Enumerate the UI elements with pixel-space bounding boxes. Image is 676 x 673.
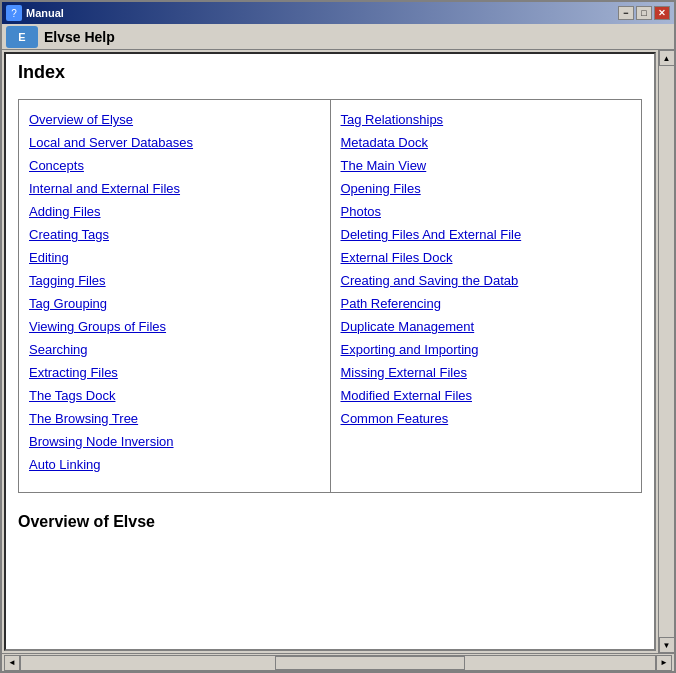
- right-column: Tag RelationshipsMetadata DockThe Main V…: [330, 100, 642, 493]
- right-link[interactable]: Metadata Dock: [341, 135, 632, 150]
- app-icon: ?: [6, 5, 22, 21]
- hscroll-thumb[interactable]: [275, 656, 465, 670]
- index-table: Overview of ElyseLocal and Server Databa…: [18, 99, 642, 493]
- close-button[interactable]: ✕: [654, 6, 670, 20]
- right-link[interactable]: Deleting Files And External File: [341, 227, 632, 242]
- app-header: E Elvse Help: [2, 24, 674, 50]
- right-link[interactable]: Creating and Saving the Datab: [341, 273, 632, 288]
- title-bar-buttons: − □ ✕: [618, 6, 670, 20]
- right-link[interactable]: The Main View: [341, 158, 632, 173]
- horizontal-scrollbar[interactable]: ◄ ►: [4, 655, 672, 671]
- right-link[interactable]: Common Features: [341, 411, 632, 426]
- right-link[interactable]: Photos: [341, 204, 632, 219]
- left-link[interactable]: Concepts: [29, 158, 320, 173]
- left-link[interactable]: Searching: [29, 342, 320, 357]
- title-bar: ? Manual − □ ✕: [2, 2, 674, 24]
- right-link[interactable]: Missing External Files: [341, 365, 632, 380]
- left-column: Overview of ElyseLocal and Server Databa…: [19, 100, 331, 493]
- scroll-down-arrow[interactable]: ▼: [659, 637, 675, 653]
- vertical-scrollbar[interactable]: ▲ ▼: [658, 50, 674, 653]
- scroll-up-arrow[interactable]: ▲: [659, 50, 675, 66]
- left-link[interactable]: Internal and External Files: [29, 181, 320, 196]
- scroll-track[interactable]: [659, 66, 674, 637]
- right-link[interactable]: Opening Files: [341, 181, 632, 196]
- main-window: ? Manual − □ ✕ E Elvse Help Index Overv: [0, 0, 676, 673]
- page-title: Index: [18, 62, 642, 87]
- title-bar-left: ? Manual: [6, 5, 64, 21]
- left-link[interactable]: The Browsing Tree: [29, 411, 320, 426]
- left-link[interactable]: Viewing Groups of Files: [29, 319, 320, 334]
- left-link[interactable]: Creating Tags: [29, 227, 320, 242]
- scroll-left-arrow[interactable]: ◄: [4, 655, 20, 671]
- app-logo-icon: E: [6, 26, 38, 48]
- maximize-button[interactable]: □: [636, 6, 652, 20]
- hscroll-track[interactable]: [20, 655, 656, 671]
- left-link[interactable]: Tag Grouping: [29, 296, 320, 311]
- left-link[interactable]: Tagging Files: [29, 273, 320, 288]
- app-title: Elvse Help: [44, 29, 115, 45]
- right-link[interactable]: Modified External Files: [341, 388, 632, 403]
- left-link[interactable]: Adding Files: [29, 204, 320, 219]
- scroll-right-arrow[interactable]: ►: [656, 655, 672, 671]
- left-link[interactable]: Extracting Files: [29, 365, 320, 380]
- right-link[interactable]: Tag Relationships: [341, 112, 632, 127]
- left-link[interactable]: Browsing Node Inversion: [29, 434, 320, 449]
- content-area: Index Overview of ElyseLocal and Server …: [2, 50, 674, 653]
- left-link[interactable]: The Tags Dock: [29, 388, 320, 403]
- section-heading: Overview of Elvse: [18, 509, 642, 531]
- main-content[interactable]: Index Overview of ElyseLocal and Server …: [4, 52, 656, 651]
- index-row: Overview of ElyseLocal and Server Databa…: [19, 100, 642, 493]
- left-link[interactable]: Overview of Elyse: [29, 112, 320, 127]
- left-link[interactable]: Auto Linking: [29, 457, 320, 472]
- bottom-bar: ◄ ►: [2, 653, 674, 671]
- right-link[interactable]: Path Referencing: [341, 296, 632, 311]
- window-title: Manual: [26, 7, 64, 19]
- right-link[interactable]: Duplicate Management: [341, 319, 632, 334]
- left-link[interactable]: Editing: [29, 250, 320, 265]
- right-link[interactable]: External Files Dock: [341, 250, 632, 265]
- left-link[interactable]: Local and Server Databases: [29, 135, 320, 150]
- right-link[interactable]: Exporting and Importing: [341, 342, 632, 357]
- minimize-button[interactable]: −: [618, 6, 634, 20]
